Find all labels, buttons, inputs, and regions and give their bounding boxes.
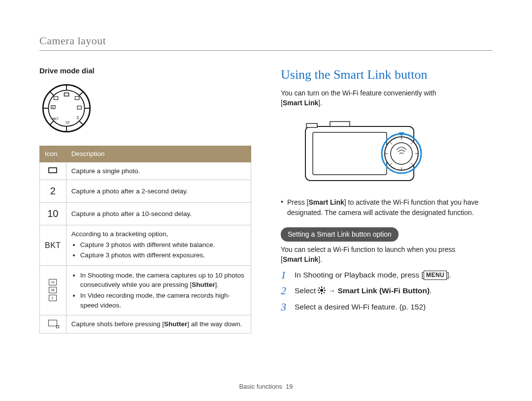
- svg-rect-12: [77, 106, 81, 109]
- right-column: Using the Smart Link button You can turn…: [281, 65, 493, 334]
- svg-rect-10: [64, 93, 68, 96]
- svg-rect-40: [319, 287, 321, 289]
- table-row: Capture a single photo.: [40, 162, 251, 180]
- left-column: Drive mode dial 2 10: [39, 65, 251, 334]
- svg-line-9: [50, 92, 54, 95]
- menu-button-label: MENU: [424, 271, 447, 280]
- single-shot-icon: [40, 162, 66, 180]
- svg-rect-38: [318, 290, 319, 291]
- step-number: 2: [281, 285, 290, 296]
- list-item: In Shooting mode, the camera captures up…: [80, 271, 246, 290]
- timer-10-icon: 10: [40, 203, 66, 225]
- precapture-desc: Capture shots before pressing [Shutter] …: [66, 315, 251, 334]
- table-row: 10 Capture a photo after a 10-second del…: [40, 203, 251, 225]
- step-1: 1 In Shooting or Playback mode, press [M…: [281, 270, 493, 280]
- table-header-row: Icon Description: [40, 146, 251, 162]
- smart-link-note: • Press [Smart Link] to activate the Wi-…: [281, 197, 493, 217]
- svg-line-5: [79, 121, 83, 124]
- step-2: 2 Select → Smart Link (Wi-Fi Button).: [281, 285, 493, 297]
- table-row: BKT According to a bracketing option, Ca…: [40, 225, 251, 266]
- step-number: 3: [281, 302, 290, 312]
- bracket-desc: According to a bracketing option, Captur…: [66, 225, 251, 266]
- bullet-icon: •: [281, 197, 283, 217]
- bracket-icon: BKT: [40, 225, 66, 266]
- col-header-icon: Icon: [40, 146, 66, 162]
- svg-point-24: [391, 143, 412, 164]
- table-row: H M L In Shooting mode, the camera captu…: [40, 265, 251, 315]
- smart-link-heading: Using the Smart Link button: [281, 65, 493, 84]
- setting-option-pill: Setting a Smart Link button option: [281, 227, 399, 242]
- svg-rect-22: [306, 123, 317, 127]
- smart-link-intro: You can turn on the Wi-Fi feature conven…: [281, 88, 493, 108]
- svg-text:BKT: BKT: [53, 117, 59, 121]
- timer-2-desc: Capture a photo after a 2-second delay.: [66, 180, 251, 203]
- precapture-icon: [40, 315, 66, 334]
- gear-icon: [318, 286, 326, 297]
- drive-mode-dial-illustration: 2 10 BKT H: [39, 81, 251, 138]
- table-row: Capture shots before pressing [Shutter] …: [40, 315, 251, 334]
- svg-text:10: 10: [66, 120, 69, 124]
- list-item: In Video recording mode, the camera reco…: [80, 291, 246, 310]
- drive-mode-dial-heading: Drive mode dial: [39, 65, 251, 76]
- svg-rect-43: [319, 291, 321, 293]
- list-item: Capture 3 photos with different white ba…: [80, 240, 246, 250]
- svg-rect-41: [324, 291, 326, 293]
- camera-illustration: [300, 112, 429, 190]
- svg-rect-42: [324, 287, 326, 289]
- svg-point-35: [320, 289, 323, 292]
- table-row: 2 Capture a photo after a 2-second delay…: [40, 180, 251, 203]
- burst-desc: In Shooting mode, the camera captures up…: [66, 265, 251, 315]
- drive-mode-table: Icon Description Capture a single photo.…: [39, 146, 251, 334]
- running-head: Camera layout: [39, 34, 493, 51]
- svg-text:2: 2: [77, 116, 79, 120]
- step-number: 1: [281, 270, 290, 280]
- timer-2-icon: 2: [40, 180, 66, 203]
- col-header-description: Description: [66, 146, 251, 162]
- dial-icon: 2 10 BKT H: [39, 81, 94, 135]
- list-item: Capture 3 photos with different exposure…: [80, 250, 246, 260]
- svg-text:H: H: [52, 106, 54, 109]
- svg-rect-36: [321, 286, 322, 288]
- two-column-layout: Drive mode dial 2 10: [39, 65, 493, 334]
- step-3: 3 Select a desired Wi-Fi feature. (p. 15…: [281, 302, 493, 312]
- svg-line-3: [79, 92, 83, 95]
- svg-rect-20: [313, 132, 387, 175]
- burst-icon: H M L: [40, 265, 66, 315]
- svg-line-7: [50, 121, 54, 124]
- svg-rect-11: [75, 96, 79, 99]
- svg-rect-18: [54, 96, 58, 99]
- page-footer: Basic functions 19: [0, 383, 532, 390]
- timer-10-desc: Capture a photo after a 10-second delay.: [66, 203, 251, 225]
- steps-list: 1 In Shooting or Playback mode, press [M…: [281, 270, 493, 313]
- svg-rect-37: [321, 293, 322, 294]
- svg-rect-21: [330, 122, 350, 126]
- setting-option-intro: You can select a Wi-Fi function to launc…: [281, 245, 493, 265]
- single-shot-desc: Capture a single photo.: [66, 162, 251, 180]
